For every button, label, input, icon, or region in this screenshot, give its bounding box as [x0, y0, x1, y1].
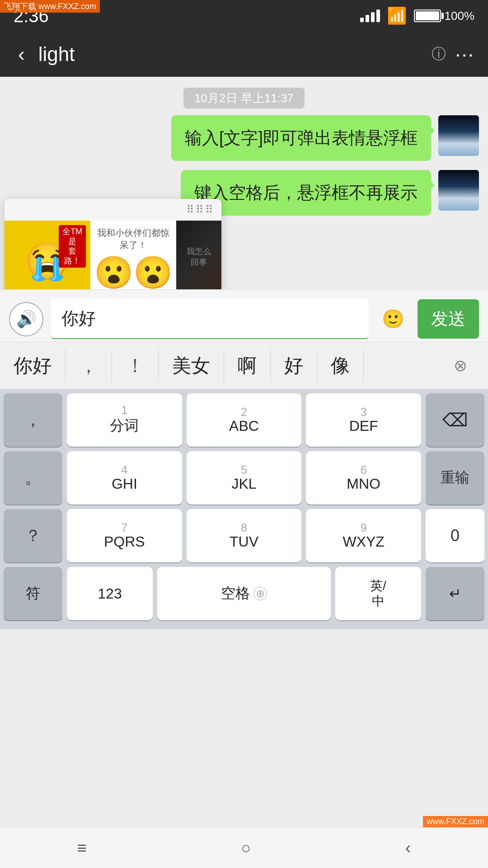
keyboard[interactable]: ， 1 分词 2 ABC 3 DEF ⌫ 。 4 GHI 5 JKL — [0, 389, 488, 629]
sticker-item-2[interactable]: 我和小伙伴们都惊呆了！ 😮😮😮 — [90, 221, 176, 293]
message-bubble: 输入[文字]即可弹出表情悬浮框 — [171, 115, 431, 161]
key-fu[interactable]: 符 — [4, 567, 62, 620]
watermark-bottom: www.FXXZ.com — [423, 816, 488, 827]
pred-word-3[interactable]: ！ — [112, 349, 159, 382]
sticker-popup[interactable]: ⠿⠿⠿ 😭 全TM是套路！ 我和小伙伴们都惊呆了！ 😮😮😮 我怎么回事 — [5, 199, 221, 293]
battery-level: 100% — [445, 9, 475, 23]
nav-menu-button[interactable]: ≡ — [77, 839, 87, 858]
key-3-def[interactable]: 3 DEF — [306, 393, 421, 447]
keyboard-row-4: 符 123 空格 ⊕ 英/中 ↵ — [4, 567, 484, 620]
battery-icon — [414, 9, 441, 22]
key-period[interactable]: 。 — [4, 451, 62, 505]
sticker-caption: 我和小伙伴们都惊呆了！ — [90, 224, 176, 254]
pred-word-4[interactable]: 美女 — [159, 349, 224, 382]
pred-word-7[interactable]: 像 — [317, 349, 364, 382]
contact-name: light — [38, 43, 423, 66]
sticker-menu-icon[interactable]: ⠿⠿⠿ — [186, 203, 215, 216]
key-lang[interactable]: 英/中 — [335, 567, 421, 620]
more-button[interactable]: ··· — [455, 43, 474, 66]
wifi-icon: 📶 — [387, 6, 407, 25]
key-123[interactable]: 123 — [67, 567, 153, 620]
key-6-mno[interactable]: 6 MNO — [306, 451, 421, 505]
key-space[interactable]: 空格 ⊕ — [157, 567, 331, 620]
key-comma[interactable]: ， — [4, 393, 62, 447]
nav-back-button[interactable]: ‹ — [405, 839, 411, 858]
key-5-jkl[interactable]: 5 JKL — [187, 451, 302, 505]
nav-bar: ≡ ○ ‹ — [0, 827, 488, 868]
timestamp: 10月2日 早上11:37 — [9, 90, 479, 106]
sticker-grid: 😭 全TM是套路！ 我和小伙伴们都惊呆了！ 😮😮😮 我怎么回事 — [5, 221, 221, 293]
voice-button[interactable]: 🔊 — [9, 302, 43, 336]
key-9-wxyz[interactable]: 9 WXYZ — [306, 509, 421, 562]
prediction-delete-icon[interactable]: ⊗ — [446, 353, 474, 379]
contact-info-icon[interactable]: ⓘ — [432, 44, 446, 64]
send-button[interactable]: 发送 — [418, 299, 479, 339]
avatar — [438, 170, 479, 211]
sticker-popup-header: ⠿⠿⠿ — [5, 199, 221, 221]
nav-home-button[interactable]: ○ — [241, 839, 251, 858]
sticker-item-1[interactable]: 😭 全TM是套路！ — [5, 221, 90, 293]
keyboard-row-2: 。 4 GHI 5 JKL 6 MNO 重输 — [4, 451, 484, 505]
key-4-ghi[interactable]: 4 GHI — [67, 451, 182, 505]
pred-word-5[interactable]: 啊 — [224, 349, 271, 382]
key-8-tuv[interactable]: 8 TUV — [187, 509, 302, 562]
keyboard-row-1: ， 1 分词 2 ABC 3 DEF ⌫ — [4, 393, 484, 447]
key-chongru[interactable]: 重输 — [426, 451, 484, 505]
key-7-pqrs[interactable]: 7 PQRS — [67, 509, 182, 562]
key-0[interactable]: 0 — [426, 509, 484, 562]
keyboard-row-3: ？ 7 PQRS 8 TUV 9 WXYZ 0 — [4, 509, 484, 562]
signal-icon — [360, 9, 380, 22]
header: ‹ light ⓘ ··· — [0, 32, 488, 77]
key-backspace[interactable]: ⌫ — [426, 393, 484, 447]
avatar — [438, 115, 479, 156]
input-area: 🔊 你好 🙂 发送 — [0, 289, 488, 348]
key-1-fenchi[interactable]: 1 分词 — [67, 393, 182, 447]
text-input[interactable]: 你好 — [51, 299, 369, 339]
sticker-item-3[interactable]: 我怎么回事 — [176, 221, 221, 293]
voice-icon: 🔊 — [16, 310, 37, 329]
emoji-button[interactable]: 🙂 — [376, 302, 410, 336]
watermark-top: 飞翔下载 www.FXXZ.com — [0, 0, 100, 13]
emoji-icon: 🙂 — [382, 308, 404, 330]
pred-word-1[interactable]: 你好 — [14, 349, 66, 382]
message-row: 输入[文字]即可弹出表情悬浮框 — [9, 115, 479, 161]
back-button[interactable]: ‹ — [14, 38, 29, 70]
key-2-abc[interactable]: 2 ABC — [187, 393, 302, 447]
status-icons: 📶 100% — [360, 6, 475, 25]
key-question[interactable]: ？ — [4, 509, 62, 562]
pred-word-2[interactable]: ， — [66, 349, 112, 382]
key-enter[interactable]: ↵ — [426, 567, 484, 620]
prediction-bar: 你好 ， ！ 美女 啊 好 像 ⊗ — [0, 342, 488, 390]
battery-container: 100% — [414, 9, 475, 23]
pred-word-6[interactable]: 好 — [271, 349, 317, 382]
